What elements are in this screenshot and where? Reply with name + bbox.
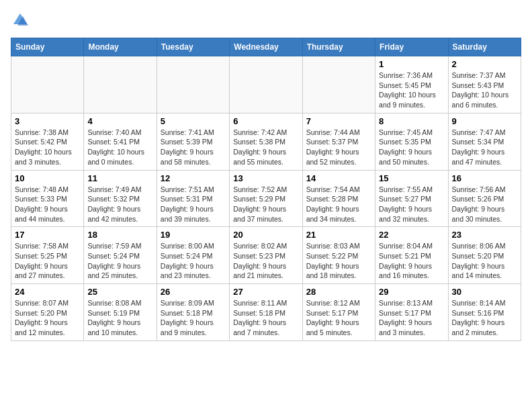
week-row-5: 24Sunrise: 8:07 AM Sunset: 5:20 PM Dayli… [11, 284, 521, 341]
calendar-cell: 10Sunrise: 7:48 AM Sunset: 5:33 PM Dayli… [11, 170, 84, 227]
calendar-cell [84, 56, 157, 113]
weekday-header-saturday: Saturday [448, 38, 521, 56]
day-number: 15 [379, 173, 444, 183]
day-info: Sunrise: 8:13 AM Sunset: 5:17 PM Dayligh… [379, 298, 444, 338]
day-info: Sunrise: 7:41 AM Sunset: 5:39 PM Dayligh… [161, 128, 226, 167]
calendar-cell: 16Sunrise: 7:56 AM Sunset: 5:26 PM Dayli… [448, 170, 521, 227]
weekday-header-thursday: Thursday [302, 38, 375, 56]
calendar-cell: 26Sunrise: 8:09 AM Sunset: 5:18 PM Dayli… [157, 284, 229, 341]
day-number: 16 [452, 173, 517, 183]
calendar-cell [302, 56, 375, 113]
day-info: Sunrise: 7:59 AM Sunset: 5:24 PM Dayligh… [87, 241, 152, 281]
day-info: Sunrise: 8:14 AM Sunset: 5:16 PM Dayligh… [452, 298, 517, 338]
calendar-cell: 12Sunrise: 7:51 AM Sunset: 5:31 PM Dayli… [157, 170, 229, 227]
calendar-cell: 15Sunrise: 7:55 AM Sunset: 5:27 PM Dayli… [375, 170, 448, 227]
weekday-header-tuesday: Tuesday [157, 38, 229, 56]
calendar-cell: 24Sunrise: 8:07 AM Sunset: 5:20 PM Dayli… [11, 284, 84, 341]
day-number: 27 [233, 287, 298, 297]
weekday-header-wednesday: Wednesday [230, 38, 302, 56]
day-number: 4 [87, 116, 152, 126]
weekday-header-friday: Friday [375, 38, 448, 56]
calendar-cell [11, 56, 84, 113]
day-number: 3 [15, 116, 80, 126]
day-info: Sunrise: 8:07 AM Sunset: 5:20 PM Dayligh… [15, 298, 80, 338]
day-number: 29 [379, 287, 444, 297]
week-row-2: 3Sunrise: 7:38 AM Sunset: 5:42 PM Daylig… [11, 113, 521, 170]
day-number: 20 [233, 230, 298, 240]
day-info: Sunrise: 7:36 AM Sunset: 5:45 PM Dayligh… [379, 71, 444, 110]
calendar-cell: 6Sunrise: 7:42 AM Sunset: 5:38 PM Daylig… [230, 113, 302, 170]
day-info: Sunrise: 8:08 AM Sunset: 5:19 PM Dayligh… [87, 298, 152, 338]
day-info: Sunrise: 8:03 AM Sunset: 5:22 PM Dayligh… [306, 241, 371, 281]
day-info: Sunrise: 7:47 AM Sunset: 5:34 PM Dayligh… [452, 128, 517, 167]
calendar-cell: 25Sunrise: 8:08 AM Sunset: 5:19 PM Dayli… [84, 284, 157, 341]
day-info: Sunrise: 7:44 AM Sunset: 5:37 PM Dayligh… [306, 128, 371, 167]
week-row-4: 17Sunrise: 7:58 AM Sunset: 5:25 PM Dayli… [11, 227, 521, 284]
day-number: 9 [452, 116, 517, 126]
day-number: 5 [161, 116, 226, 126]
calendar-cell: 28Sunrise: 8:12 AM Sunset: 5:17 PM Dayli… [302, 284, 375, 341]
page-header [11, 11, 521, 30]
day-number: 25 [87, 287, 152, 297]
day-info: Sunrise: 7:49 AM Sunset: 5:32 PM Dayligh… [87, 185, 152, 224]
calendar-cell: 22Sunrise: 8:04 AM Sunset: 5:21 PM Dayli… [375, 227, 448, 284]
weekday-header-row: SundayMondayTuesdayWednesdayThursdayFrid… [11, 38, 521, 56]
day-number: 6 [233, 116, 298, 126]
calendar-cell: 8Sunrise: 7:45 AM Sunset: 5:35 PM Daylig… [375, 113, 448, 170]
weekday-header-monday: Monday [84, 38, 157, 56]
day-info: Sunrise: 8:00 AM Sunset: 5:24 PM Dayligh… [161, 241, 226, 281]
day-number: 30 [452, 287, 517, 297]
calendar-cell [157, 56, 229, 113]
week-row-3: 10Sunrise: 7:48 AM Sunset: 5:33 PM Dayli… [11, 170, 521, 227]
day-info: Sunrise: 7:54 AM Sunset: 5:28 PM Dayligh… [306, 185, 371, 224]
calendar-cell: 3Sunrise: 7:38 AM Sunset: 5:42 PM Daylig… [11, 113, 84, 170]
day-number: 12 [161, 173, 226, 183]
calendar-cell: 1Sunrise: 7:36 AM Sunset: 5:45 PM Daylig… [375, 56, 448, 113]
day-number: 24 [15, 287, 80, 297]
calendar-cell: 20Sunrise: 8:02 AM Sunset: 5:23 PM Dayli… [230, 227, 302, 284]
day-number: 13 [233, 173, 298, 183]
day-info: Sunrise: 8:06 AM Sunset: 5:20 PM Dayligh… [452, 241, 517, 281]
day-number: 26 [161, 287, 226, 297]
day-number: 1 [379, 59, 444, 69]
day-number: 14 [306, 173, 371, 183]
calendar-cell: 29Sunrise: 8:13 AM Sunset: 5:17 PM Dayli… [375, 284, 448, 341]
day-number: 28 [306, 287, 371, 297]
calendar-cell: 19Sunrise: 8:00 AM Sunset: 5:24 PM Dayli… [157, 227, 229, 284]
day-number: 8 [379, 116, 444, 126]
calendar-cell: 9Sunrise: 7:47 AM Sunset: 5:34 PM Daylig… [448, 113, 521, 170]
calendar-cell: 21Sunrise: 8:03 AM Sunset: 5:22 PM Dayli… [302, 227, 375, 284]
day-number: 18 [87, 230, 152, 240]
day-info: Sunrise: 7:45 AM Sunset: 5:35 PM Dayligh… [379, 128, 444, 167]
day-info: Sunrise: 8:12 AM Sunset: 5:17 PM Dayligh… [306, 298, 371, 338]
logo [11, 11, 32, 30]
day-number: 23 [452, 230, 517, 240]
day-number: 11 [87, 173, 152, 183]
day-number: 21 [306, 230, 371, 240]
day-number: 10 [15, 173, 80, 183]
calendar-cell: 30Sunrise: 8:14 AM Sunset: 5:16 PM Dayli… [448, 284, 521, 341]
calendar-cell: 11Sunrise: 7:49 AM Sunset: 5:32 PM Dayli… [84, 170, 157, 227]
day-info: Sunrise: 7:38 AM Sunset: 5:42 PM Dayligh… [15, 128, 80, 167]
day-number: 7 [306, 116, 371, 126]
calendar-cell: 18Sunrise: 7:59 AM Sunset: 5:24 PM Dayli… [84, 227, 157, 284]
day-info: Sunrise: 8:04 AM Sunset: 5:21 PM Dayligh… [379, 241, 444, 281]
day-info: Sunrise: 7:52 AM Sunset: 5:29 PM Dayligh… [233, 185, 298, 224]
day-info: Sunrise: 8:09 AM Sunset: 5:18 PM Dayligh… [161, 298, 226, 338]
logo-icon [11, 11, 30, 30]
day-info: Sunrise: 7:37 AM Sunset: 5:43 PM Dayligh… [452, 71, 517, 110]
calendar-cell: 7Sunrise: 7:44 AM Sunset: 5:37 PM Daylig… [302, 113, 375, 170]
week-row-1: 1Sunrise: 7:36 AM Sunset: 5:45 PM Daylig… [11, 56, 521, 113]
day-info: Sunrise: 7:58 AM Sunset: 5:25 PM Dayligh… [15, 241, 80, 281]
day-info: Sunrise: 7:55 AM Sunset: 5:27 PM Dayligh… [379, 185, 444, 224]
day-info: Sunrise: 7:40 AM Sunset: 5:41 PM Dayligh… [87, 128, 152, 167]
calendar-cell: 27Sunrise: 8:11 AM Sunset: 5:18 PM Dayli… [230, 284, 302, 341]
day-info: Sunrise: 8:02 AM Sunset: 5:23 PM Dayligh… [233, 241, 298, 281]
day-info: Sunrise: 7:48 AM Sunset: 5:33 PM Dayligh… [15, 185, 80, 224]
day-info: Sunrise: 7:42 AM Sunset: 5:38 PM Dayligh… [233, 128, 298, 167]
day-info: Sunrise: 7:51 AM Sunset: 5:31 PM Dayligh… [161, 185, 226, 224]
calendar-cell: 2Sunrise: 7:37 AM Sunset: 5:43 PM Daylig… [448, 56, 521, 113]
calendar-cell [230, 56, 302, 113]
day-number: 2 [452, 59, 517, 69]
calendar-cell: 23Sunrise: 8:06 AM Sunset: 5:20 PM Dayli… [448, 227, 521, 284]
